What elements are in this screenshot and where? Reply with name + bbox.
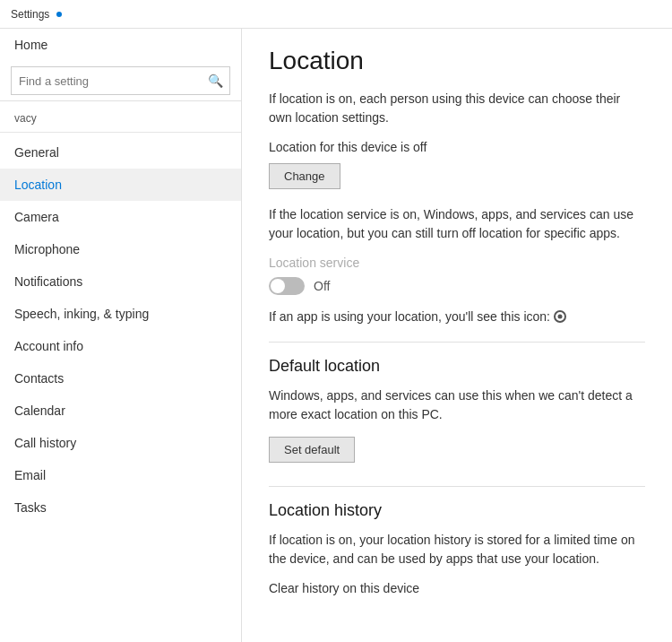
toggle-state-text: Off: [314, 279, 330, 293]
sidebar: Home 🔍 vacy GeneralLocationCameraMicroph…: [0, 29, 242, 642]
search-wrapper: 🔍: [11, 66, 230, 95]
page-title: Location: [269, 47, 645, 75]
icon-note: If an app is using your location, you'll…: [269, 309, 645, 324]
title-bar: Settings: [0, 0, 672, 29]
sidebar-divider: [0, 132, 241, 133]
service-description: If the location service is on, Windows, …: [269, 205, 645, 243]
search-input[interactable]: [11, 66, 230, 95]
main-layout: Home 🔍 vacy GeneralLocationCameraMicroph…: [0, 29, 672, 642]
set-default-button[interactable]: Set default: [269, 437, 355, 463]
sidebar-item-email[interactable]: Email: [0, 459, 241, 491]
sidebar-item-account-info[interactable]: Account info: [0, 330, 241, 362]
search-icon: 🔍: [208, 74, 223, 88]
sidebar-item-calendar[interactable]: Calendar: [0, 395, 241, 427]
section-divider-1: [269, 342, 645, 343]
sidebar-item-tasks[interactable]: Tasks: [0, 491, 241, 524]
location-dot-icon: [554, 310, 566, 323]
device-status: Location for this device is off: [269, 140, 645, 154]
sidebar-item-general[interactable]: General: [0, 136, 241, 169]
icon-note-text: If an app is using your location, you'll…: [269, 309, 550, 324]
sidebar-section-label: vacy: [0, 101, 241, 128]
title-bar-text: Settings: [11, 8, 49, 21]
sidebar-item-contacts[interactable]: Contacts: [0, 362, 241, 395]
sidebar-item-microphone[interactable]: Microphone: [0, 233, 241, 265]
clear-history-label: Clear history on this device: [269, 581, 645, 595]
default-location-title: Default location: [269, 357, 645, 376]
sidebar-item-location[interactable]: Location: [0, 169, 241, 201]
sidebar-item-speech-inking-typing[interactable]: Speech, inking, & typing: [0, 298, 241, 330]
sidebar-item-notifications[interactable]: Notifications: [0, 265, 241, 298]
section-divider-2: [269, 486, 645, 487]
sidebar-item-camera[interactable]: Camera: [0, 201, 241, 233]
location-service-label: Location service: [269, 256, 645, 270]
default-location-description: Windows, apps, and services can use this…: [269, 386, 645, 424]
nav-items-container: GeneralLocationCameraMicrophoneNotificat…: [0, 136, 241, 524]
location-toggle[interactable]: [269, 277, 305, 295]
title-bar-dot: [56, 12, 62, 17]
history-title: Location history: [269, 501, 645, 520]
sidebar-home[interactable]: Home: [0, 29, 241, 61]
history-description: If location is on, your location history…: [269, 531, 645, 568]
main-description: If location is on, each person using thi…: [269, 90, 645, 127]
change-button[interactable]: Change: [269, 163, 340, 189]
content-area: Location If location is on, each person …: [242, 29, 672, 642]
sidebar-item-call-history[interactable]: Call history: [0, 427, 241, 459]
toggle-row: Off: [269, 277, 645, 295]
search-container: 🔍: [0, 61, 241, 101]
